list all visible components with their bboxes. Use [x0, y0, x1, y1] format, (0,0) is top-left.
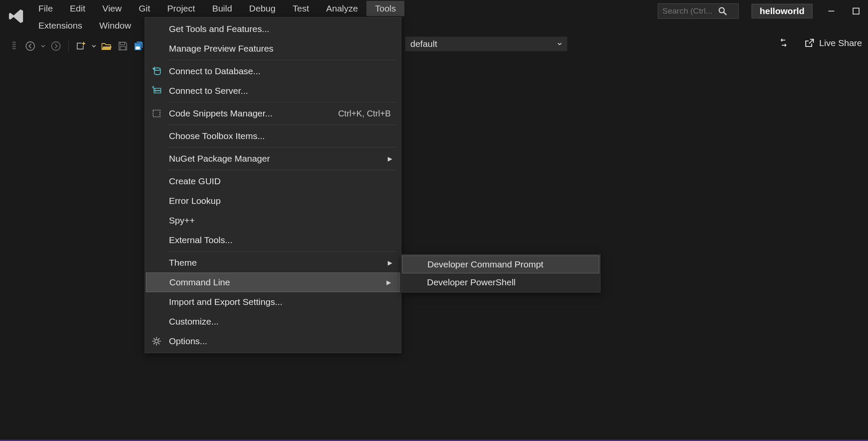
svg-rect-18 [136, 46, 140, 49]
menu-separator [167, 147, 396, 148]
svg-point-0 [719, 8, 724, 13]
tools-import-export[interactable]: Import and Export Settings... [145, 292, 401, 312]
menu-label: Spy++ [169, 215, 195, 226]
menu-label: Options... [169, 336, 207, 346]
svg-point-5 [15, 42, 16, 43]
submenu-arrow-icon: ▶ [388, 259, 394, 266]
svg-point-13 [52, 42, 60, 50]
menu-shortcut: Ctrl+K, Ctrl+B [338, 109, 394, 119]
menu-tools[interactable]: Tools [366, 1, 404, 16]
menu-separator [167, 125, 396, 125]
menu-separator [167, 60, 396, 60]
save-button[interactable] [116, 40, 129, 52]
nav-back-dropdown[interactable] [40, 40, 46, 52]
svg-line-30 [154, 338, 155, 339]
menu-test[interactable]: Test [284, 1, 318, 16]
tools-manage-preview[interactable]: Manage Preview Features [145, 39, 401, 58]
tools-nuget[interactable]: NuGet Package Manager ▶ [145, 149, 401, 168]
svg-point-19 [154, 68, 160, 70]
svg-line-31 [158, 343, 160, 344]
open-button[interactable] [100, 40, 113, 52]
tools-spypp[interactable]: Spy++ [145, 211, 401, 230]
chevron-down-icon [557, 41, 562, 46]
minimize-button[interactable] [825, 5, 837, 17]
submenu-arrow-icon: ▶ [388, 155, 394, 162]
live-share-button[interactable]: Live Share [804, 38, 862, 49]
tools-menu-popup: Get Tools and Features... Manage Preview… [145, 17, 401, 353]
tools-command-line[interactable]: Command Line ▶ [146, 273, 400, 292]
svg-line-32 [154, 343, 155, 344]
tools-guid[interactable]: Create GUID [145, 171, 401, 191]
tools-external[interactable]: External Tools... [145, 230, 401, 250]
menu-debug[interactable]: Debug [241, 1, 284, 16]
tools-connect-database[interactable]: Connect to Database... [145, 61, 401, 81]
menu-label: Connect to Database... [169, 66, 261, 76]
submenu-label: Developer PowerShell [427, 277, 516, 287]
menu-build[interactable]: Build [203, 1, 241, 16]
gear-icon [151, 336, 162, 347]
menu-label: Choose Toolbox Items... [169, 131, 265, 141]
svg-line-33 [158, 338, 160, 339]
svg-point-7 [15, 44, 16, 45]
maximize-button[interactable] [850, 5, 862, 17]
nav-forward-button[interactable] [49, 40, 62, 52]
menu-label: Get Tools and Features... [169, 24, 269, 34]
menu-separator [167, 251, 396, 252]
menu-separator [167, 170, 396, 170]
search-icon [718, 6, 727, 16]
svg-point-23 [155, 92, 156, 93]
svg-point-22 [155, 89, 156, 90]
menu-git[interactable]: Git [130, 1, 159, 16]
new-item-dropdown[interactable] [91, 40, 97, 52]
tools-connect-server[interactable]: Connect to Server... [145, 81, 401, 101]
tools-get-tools[interactable]: Get Tools and Features... [145, 19, 401, 39]
customize-toolbar-icon[interactable] [779, 37, 788, 49]
menu-view[interactable]: View [94, 1, 130, 16]
submenu-label: Developer Command Prompt [427, 259, 543, 270]
menu-label: Manage Preview Features [169, 44, 273, 54]
svg-rect-24 [153, 110, 160, 117]
tools-toolbox[interactable]: Choose Toolbox Items... [145, 126, 401, 146]
project-name: helloworld [752, 4, 813, 18]
svg-rect-16 [120, 42, 125, 45]
save-all-button[interactable] [133, 40, 145, 52]
tools-customize[interactable]: Customize... [145, 312, 401, 331]
menu-label: Error Lookup [169, 196, 221, 206]
svg-point-9 [15, 46, 16, 47]
svg-point-4 [13, 42, 14, 43]
config-dropdown[interactable]: default [405, 37, 567, 51]
menu-file[interactable]: File [30, 1, 61, 16]
database-icon [151, 66, 162, 77]
drag-handle-icon[interactable] [8, 40, 20, 52]
tools-options[interactable]: Options... [145, 331, 401, 351]
config-dropdown-label: default [410, 39, 437, 49]
submenu-dev-powershell[interactable]: Developer PowerShell [401, 273, 600, 291]
search-box[interactable] [658, 3, 739, 19]
menu-label: Customize... [169, 316, 219, 327]
menu-label: Create GUID [169, 176, 221, 186]
menu-label: Code Snippets Manager... [169, 108, 273, 119]
menu-edit[interactable]: Edit [61, 1, 94, 16]
live-share-label: Live Share [819, 38, 862, 48]
menu-extensions[interactable]: Extensions [30, 18, 91, 33]
menu-label: NuGet Package Manager [169, 154, 270, 164]
svg-line-1 [724, 12, 726, 15]
menubar-row2: Extensions Window [0, 17, 868, 34]
menu-separator [167, 102, 396, 102]
svg-point-10 [13, 48, 14, 49]
nav-back-button[interactable] [24, 40, 37, 52]
tools-theme[interactable]: Theme ▶ [145, 253, 401, 273]
snippets-icon [151, 108, 162, 119]
toolbar-separator [68, 40, 69, 52]
tools-error-lookup[interactable]: Error Lookup [145, 191, 401, 211]
menu-label: Connect to Server... [169, 86, 248, 96]
menu-project[interactable]: Project [159, 1, 203, 16]
menu-analyze[interactable]: Analyze [317, 1, 366, 16]
search-input[interactable] [662, 6, 718, 16]
tools-snippets[interactable]: Code Snippets Manager... Ctrl+K, Ctrl+B [145, 104, 401, 123]
share-icon [804, 38, 815, 49]
vs-logo-icon [8, 8, 25, 25]
new-item-button[interactable] [75, 40, 87, 52]
menu-window[interactable]: Window [91, 18, 140, 33]
submenu-dev-cmd-prompt[interactable]: Developer Command Prompt [402, 255, 599, 273]
